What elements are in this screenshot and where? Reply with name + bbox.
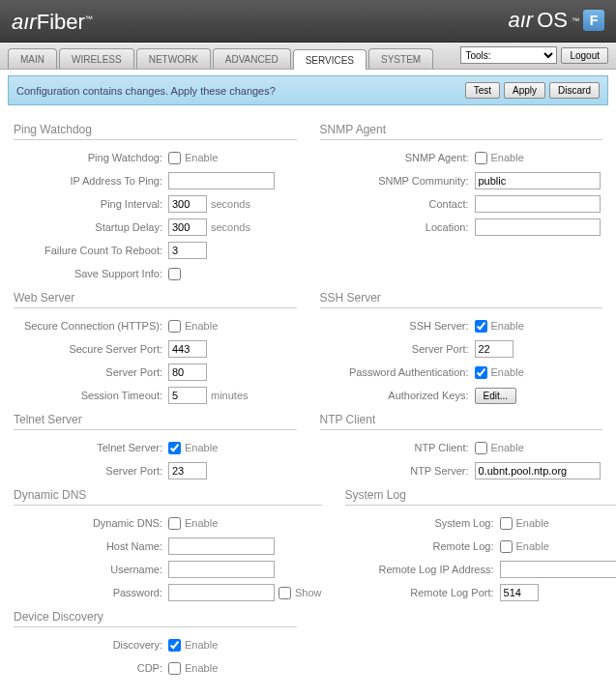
- remote-log-ip-input[interactable]: [500, 561, 616, 578]
- failure-count-input[interactable]: [168, 242, 207, 259]
- secure-port-input[interactable]: [168, 340, 207, 358]
- telnet-port-input[interactable]: [168, 462, 207, 479]
- tools-select[interactable]: Tools:: [460, 46, 557, 64]
- ntp-server-input[interactable]: [475, 462, 601, 479]
- section-ntp-client: NTP Client: [320, 413, 603, 430]
- snmp-community-input[interactable]: [475, 172, 601, 189]
- ping-watchdog-enable-checkbox[interactable]: [168, 152, 181, 164]
- save-support-checkbox[interactable]: [168, 268, 181, 280]
- section-ping-watchdog: Ping Watchdog: [14, 123, 297, 140]
- startup-delay-input[interactable]: [168, 218, 207, 236]
- ddns-hostname-input[interactable]: [168, 537, 275, 555]
- remote-log-enable-checkbox[interactable]: [500, 540, 513, 553]
- syslog-enable-checkbox[interactable]: [500, 517, 513, 530]
- https-enable-checkbox[interactable]: [168, 320, 181, 333]
- section-device-discovery: Device Discovery: [14, 610, 297, 627]
- section-system-log: System Log: [345, 488, 616, 506]
- snmp-location-input[interactable]: [475, 218, 601, 236]
- section-ssh-server: SSH Server: [320, 291, 603, 308]
- session-timeout-input[interactable]: [168, 387, 207, 404]
- web-server-port-input[interactable]: [168, 363, 207, 381]
- ssh-port-input[interactable]: [475, 340, 513, 358]
- ddns-password-input[interactable]: [168, 584, 275, 601]
- tab-system[interactable]: SYSTEM: [368, 48, 433, 69]
- ddns-username-input[interactable]: [168, 561, 275, 578]
- section-telnet-server: Telnet Server: [14, 413, 297, 430]
- discard-button[interactable]: Discard: [549, 82, 600, 99]
- section-web-server: Web Server: [14, 291, 297, 308]
- section-snmp-agent: SNMP Agent: [320, 123, 603, 140]
- telnet-enable-checkbox[interactable]: [168, 442, 181, 454]
- password-auth-checkbox[interactable]: [475, 366, 487, 379]
- f-icon: F: [583, 10, 604, 31]
- discovery-enable-checkbox[interactable]: [168, 639, 181, 652]
- tab-wireless[interactable]: WIRELESS: [59, 48, 134, 69]
- config-changes-alert: Configuration contains changes. Apply th…: [8, 75, 608, 105]
- show-password-checkbox[interactable]: [279, 587, 291, 599]
- ddns-enable-checkbox[interactable]: [168, 517, 181, 530]
- tab-network[interactable]: NETWORK: [136, 48, 211, 69]
- section-dynamic-dns: Dynamic DNS: [14, 488, 322, 506]
- snmp-agent-enable-checkbox[interactable]: [475, 152, 487, 164]
- tab-services[interactable]: SERVICES: [293, 49, 367, 70]
- logout-button[interactable]: Logout: [561, 47, 608, 64]
- header-bar: aırFiber™ aırOS™ F: [0, 0, 616, 43]
- logo-airfiber: aırFiber™: [12, 10, 93, 35]
- logo-airos: aırOS™ F: [509, 8, 604, 33]
- ssh-enable-checkbox[interactable]: [475, 320, 487, 333]
- tab-advanced[interactable]: ADVANCED: [213, 48, 291, 69]
- test-button[interactable]: Test: [465, 82, 500, 99]
- cdp-enable-checkbox[interactable]: [168, 662, 181, 675]
- alert-message: Configuration contains changes. Apply th…: [16, 85, 276, 97]
- snmp-contact-input[interactable]: [475, 195, 601, 213]
- ip-to-ping-input[interactable]: [168, 172, 275, 189]
- ntp-enable-checkbox[interactable]: [475, 442, 487, 454]
- apply-button[interactable]: Apply: [504, 82, 545, 99]
- tab-main[interactable]: MAIN: [8, 48, 57, 69]
- edit-keys-button[interactable]: Edit...: [475, 388, 517, 404]
- tab-bar: MAIN WIRELESS NETWORK ADVANCED SERVICES …: [0, 43, 616, 70]
- remote-log-port-input[interactable]: [500, 584, 539, 601]
- ping-interval-input[interactable]: [168, 195, 207, 213]
